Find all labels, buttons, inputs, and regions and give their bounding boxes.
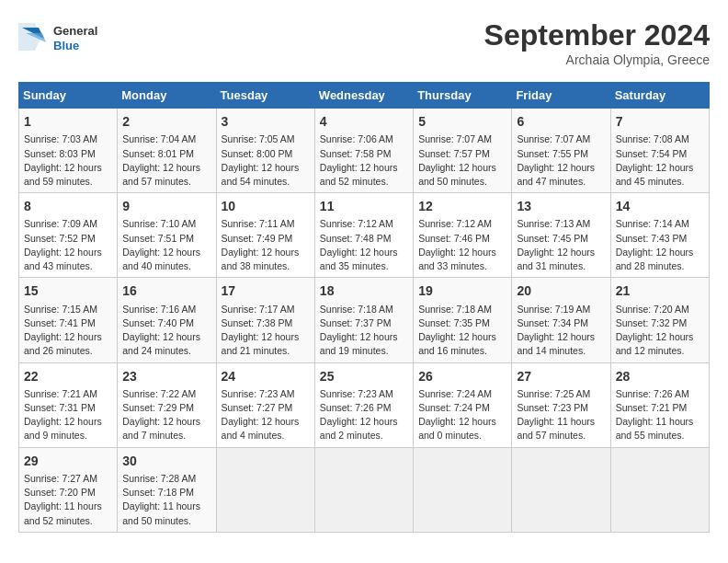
- sunset: Sunset: 7:20 PM: [24, 487, 96, 498]
- table-row: 21 Sunrise: 7:20 AM Sunset: 7:32 PM Dayl…: [610, 278, 709, 362]
- daylight: Daylight: 12 hours and 26 minutes.: [24, 331, 102, 356]
- day-number: 10: [222, 197, 310, 215]
- sunrise: Sunrise: 7:23 AM: [320, 388, 393, 399]
- day-number: 5: [418, 112, 506, 131]
- sunset: Sunset: 7:52 PM: [24, 233, 96, 244]
- sunrise: Sunrise: 7:22 AM: [122, 388, 196, 399]
- day-number: 7: [616, 112, 704, 131]
- sunrise: Sunrise: 7:26 AM: [616, 388, 689, 399]
- sunrise: Sunrise: 7:03 AM: [24, 133, 97, 144]
- sunrise: Sunrise: 7:10 AM: [122, 218, 196, 229]
- daylight: Daylight: 12 hours and 59 minutes.: [24, 162, 102, 187]
- sunrise: Sunrise: 7:08 AM: [616, 133, 689, 144]
- day-number: 21: [616, 282, 704, 300]
- table-row: 29 Sunrise: 7:27 AM Sunset: 7:20 PM Dayl…: [19, 447, 118, 532]
- sunrise: Sunrise: 7:05 AM: [222, 133, 295, 144]
- sunset: Sunset: 8:00 PM: [222, 148, 293, 159]
- day-number: 28: [616, 367, 704, 385]
- daylight: Daylight: 12 hours and 35 minutes.: [320, 247, 398, 271]
- sunrise: Sunrise: 7:04 AM: [122, 133, 196, 144]
- day-number: 22: [24, 367, 112, 385]
- sunset: Sunset: 7:34 PM: [517, 317, 588, 328]
- daylight: Daylight: 12 hours and 54 minutes.: [222, 162, 300, 187]
- daylight: Daylight: 12 hours and 9 minutes.: [24, 416, 102, 441]
- daylight: Daylight: 12 hours and 24 minutes.: [122, 331, 200, 356]
- sunrise: Sunrise: 7:17 AM: [222, 304, 295, 315]
- day-number: 3: [222, 112, 310, 131]
- col-sunday: Sunday: [19, 83, 118, 109]
- sunset: Sunset: 7:31 PM: [24, 402, 96, 413]
- daylight: Daylight: 12 hours and 33 minutes.: [418, 247, 496, 271]
- day-number: 4: [320, 112, 408, 131]
- sunset: Sunset: 7:49 PM: [222, 233, 293, 244]
- day-number: 12: [418, 197, 506, 215]
- daylight: Daylight: 11 hours and 52 minutes.: [24, 500, 102, 525]
- day-number: 6: [517, 112, 605, 131]
- day-number: 30: [122, 452, 210, 470]
- day-number: 2: [122, 112, 210, 131]
- day-number: 19: [418, 282, 506, 300]
- daylight: Daylight: 12 hours and 7 minutes.: [122, 416, 200, 441]
- table-row: 12 Sunrise: 7:12 AM Sunset: 7:46 PM Dayl…: [414, 193, 512, 278]
- table-row: 1 Sunrise: 7:03 AM Sunset: 8:03 PM Dayli…: [19, 109, 118, 193]
- table-row: 6 Sunrise: 7:07 AM Sunset: 7:55 PM Dayli…: [512, 109, 610, 193]
- sunset: Sunset: 8:03 PM: [24, 148, 96, 159]
- page-header: General Blue September 2024 Archaia Olym…: [18, 18, 710, 67]
- sunset: Sunset: 7:21 PM: [616, 402, 688, 413]
- sunset: Sunset: 7:54 PM: [616, 148, 688, 159]
- sunrise: Sunrise: 7:18 AM: [418, 304, 492, 315]
- day-number: 1: [24, 112, 112, 131]
- table-row: 2 Sunrise: 7:04 AM Sunset: 8:01 PM Dayli…: [118, 109, 216, 193]
- table-row: 28 Sunrise: 7:26 AM Sunset: 7:21 PM Dayl…: [610, 362, 709, 447]
- day-number: 20: [517, 282, 605, 300]
- sunset: Sunset: 7:27 PM: [222, 402, 293, 413]
- week-row-3: 15 Sunrise: 7:15 AM Sunset: 7:41 PM Dayl…: [19, 278, 710, 362]
- table-row: 18 Sunrise: 7:18 AM Sunset: 7:37 PM Dayl…: [314, 278, 413, 362]
- daylight: Daylight: 11 hours and 57 minutes.: [517, 416, 595, 441]
- week-row-1: 1 Sunrise: 7:03 AM Sunset: 8:03 PM Dayli…: [19, 109, 710, 193]
- sunrise: Sunrise: 7:25 AM: [517, 388, 590, 399]
- sunset: Sunset: 7:48 PM: [320, 233, 392, 244]
- sunset: Sunset: 7:58 PM: [320, 148, 392, 159]
- sunrise: Sunrise: 7:14 AM: [616, 218, 689, 229]
- sunrise: Sunrise: 7:07 AM: [517, 133, 590, 144]
- sunset: Sunset: 7:55 PM: [517, 148, 588, 159]
- daylight: Daylight: 12 hours and 28 minutes.: [616, 247, 694, 271]
- sunrise: Sunrise: 7:21 AM: [24, 388, 97, 399]
- day-number: 11: [320, 197, 408, 215]
- calendar-table: Sunday Monday Tuesday Wednesday Thursday…: [18, 82, 710, 533]
- table-row: 27 Sunrise: 7:25 AM Sunset: 7:23 PM Dayl…: [512, 362, 610, 447]
- day-number: 14: [616, 197, 704, 215]
- table-row: 9 Sunrise: 7:10 AM Sunset: 7:51 PM Dayli…: [118, 193, 216, 278]
- col-wednesday: Wednesday: [314, 83, 413, 109]
- sunrise: Sunrise: 7:07 AM: [418, 133, 492, 144]
- day-number: 27: [517, 367, 605, 385]
- daylight: Daylight: 12 hours and 2 minutes.: [320, 416, 398, 441]
- week-row-4: 22 Sunrise: 7:21 AM Sunset: 7:31 PM Dayl…: [19, 362, 710, 447]
- daylight: Daylight: 12 hours and 12 minutes.: [616, 331, 694, 356]
- daylight: Daylight: 12 hours and 40 minutes.: [122, 247, 200, 271]
- daylight: Daylight: 12 hours and 4 minutes.: [222, 416, 300, 441]
- table-row: 13 Sunrise: 7:13 AM Sunset: 7:45 PM Dayl…: [512, 193, 610, 278]
- day-number: 24: [222, 367, 310, 385]
- day-number: 17: [222, 282, 310, 300]
- sunset: Sunset: 7:23 PM: [517, 402, 588, 413]
- sunrise: Sunrise: 7:13 AM: [517, 218, 590, 229]
- table-row: 8 Sunrise: 7:09 AM Sunset: 7:52 PM Dayli…: [19, 193, 118, 278]
- sunset: Sunset: 7:38 PM: [222, 317, 293, 328]
- table-row: 4 Sunrise: 7:06 AM Sunset: 7:58 PM Dayli…: [314, 109, 413, 193]
- sunset: Sunset: 7:51 PM: [122, 233, 194, 244]
- logo: General Blue: [18, 18, 101, 55]
- daylight: Daylight: 12 hours and 47 minutes.: [517, 162, 595, 187]
- table-row: 16 Sunrise: 7:16 AM Sunset: 7:40 PM Dayl…: [118, 278, 216, 362]
- day-number: 16: [122, 282, 210, 300]
- sunset: Sunset: 7:46 PM: [418, 233, 490, 244]
- week-row-2: 8 Sunrise: 7:09 AM Sunset: 7:52 PM Dayli…: [19, 193, 710, 278]
- empty-cell: [314, 447, 413, 532]
- col-saturday: Saturday: [610, 83, 709, 109]
- location: Archaia Olympia, Greece: [484, 52, 710, 67]
- table-row: 26 Sunrise: 7:24 AM Sunset: 7:24 PM Dayl…: [414, 362, 512, 447]
- day-number: 15: [24, 282, 112, 300]
- empty-cell: [414, 447, 512, 532]
- sunset: Sunset: 7:26 PM: [320, 402, 392, 413]
